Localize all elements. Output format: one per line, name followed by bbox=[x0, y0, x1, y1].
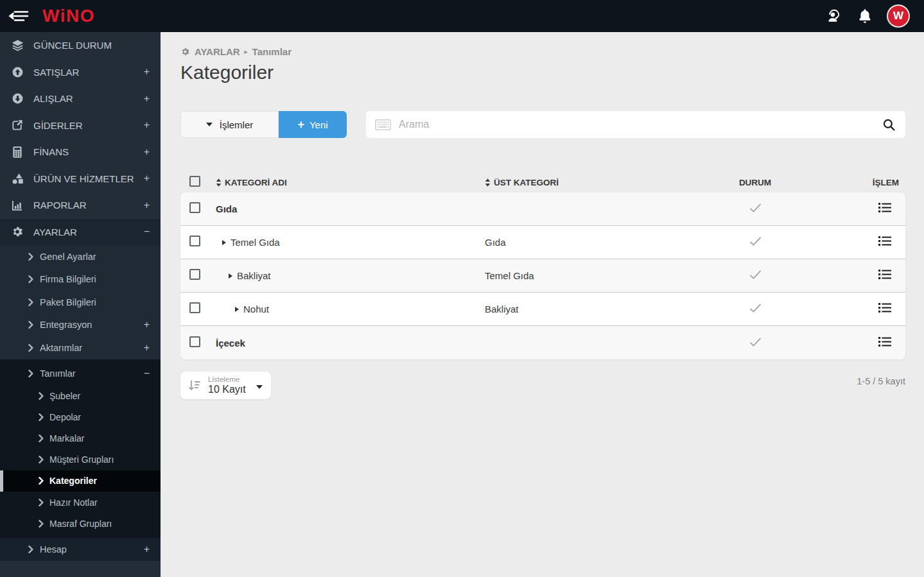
table-row: İçecek bbox=[180, 326, 905, 359]
tree-node-icon bbox=[222, 240, 226, 245]
chevron-right-icon bbox=[28, 344, 33, 352]
sidebar-item-entegrasyon[interactable]: Entegrasyon+ bbox=[0, 314, 161, 337]
page-size-select[interactable]: Listeleme 10 Kayıt bbox=[180, 372, 271, 399]
sidebar-item-ayarlar[interactable]: AYARLAR− bbox=[0, 219, 161, 246]
sidebar-item-label: GÜNCEL DURUM bbox=[33, 40, 112, 51]
expand-indicator: + bbox=[144, 200, 150, 211]
expand-indicator: − bbox=[144, 226, 150, 237]
tree-node-icon bbox=[229, 273, 232, 279]
sidebar-item-depolar[interactable]: Depolar bbox=[0, 406, 161, 427]
expand-indicator: + bbox=[144, 93, 150, 105]
sidebar-item-satişlar[interactable]: SATIŞLAR+ bbox=[0, 59, 161, 86]
sidebar-item-label: ÜRÜN VE HİZMETLER bbox=[33, 173, 134, 184]
row-actions-button[interactable] bbox=[878, 302, 891, 313]
expand-indicator: + bbox=[144, 119, 150, 131]
sidebar-item-gi-derler[interactable]: GİDERLER+ bbox=[0, 112, 161, 139]
user-avatar[interactable]: W bbox=[888, 6, 909, 26]
sidebar-item-ürün-ve-hi-zmetler[interactable]: ÜRÜN VE HİZMETLER+ bbox=[0, 166, 161, 193]
row-actions-button[interactable] bbox=[878, 236, 891, 246]
sort-amount-icon bbox=[188, 379, 201, 392]
row-actions-button[interactable] bbox=[878, 336, 891, 347]
app-logo[interactable]: WiNO bbox=[42, 6, 95, 26]
header-parent-category[interactable]: ÜST KATEGORİ bbox=[485, 178, 694, 187]
expand-indicator: + bbox=[144, 342, 150, 354]
row-checkbox[interactable] bbox=[189, 236, 200, 246]
sidebar-item-paket-bilgileri[interactable]: Paket Bilgileri bbox=[0, 291, 161, 314]
sidebar-item-firma-bilgileri[interactable]: Firma Bilgileri bbox=[0, 268, 161, 291]
category-name-cell[interactable]: Gıda bbox=[209, 203, 485, 214]
sidebar-item-label: Şubeler bbox=[49, 391, 80, 401]
shapes-icon bbox=[10, 172, 25, 185]
page-title: Kategoriler bbox=[180, 62, 905, 83]
sidebar-item-tanımlar[interactable]: Tanımlar− bbox=[0, 363, 161, 386]
sidebar-item-raporlar[interactable]: RAPORLAR+ bbox=[0, 192, 161, 219]
sidebar-item-masraf-grupları[interactable]: Masraf Grupları bbox=[0, 513, 161, 534]
breadcrumb-section[interactable]: AYARLAR bbox=[195, 46, 240, 57]
sidebar-item-fi-nans[interactable]: FİNANS+ bbox=[0, 139, 161, 166]
category-name-cell[interactable]: Nohut bbox=[209, 304, 485, 314]
chevron-right-icon bbox=[39, 477, 44, 485]
row-checkbox[interactable] bbox=[189, 202, 200, 213]
sidebar-item-label: GİDERLER bbox=[33, 120, 83, 131]
caret-down-icon bbox=[206, 123, 213, 126]
sidebar-item-label: Depolar bbox=[49, 412, 81, 422]
sidebar-item-label: Hazır Notlar bbox=[49, 497, 98, 508]
select-all-checkbox[interactable] bbox=[189, 176, 200, 187]
category-name: İçecek bbox=[216, 338, 245, 349]
search-icon[interactable] bbox=[882, 117, 896, 132]
parent-category-cell: Temel Gıda bbox=[485, 270, 694, 281]
gear-icon bbox=[10, 225, 25, 238]
row-actions-button[interactable] bbox=[878, 202, 891, 213]
chevron-right-icon bbox=[28, 321, 33, 329]
row-checkbox[interactable] bbox=[189, 302, 200, 313]
sidebar-item-label: SATIŞLAR bbox=[33, 67, 79, 78]
plus-icon: + bbox=[297, 119, 304, 130]
sidebar: GÜNCEL DURUMSATIŞLAR+ALIŞLAR+GİDERLER+Fİ… bbox=[0, 32, 161, 577]
expand-indicator: + bbox=[144, 66, 150, 78]
bar-chart-icon bbox=[10, 199, 25, 212]
page-size-label: Listeleme bbox=[208, 375, 246, 384]
expand-indicator: + bbox=[144, 319, 150, 331]
topbar: WiNO W bbox=[0, 0, 924, 32]
table-row: BakliyatTemel Gıda bbox=[180, 259, 905, 293]
parent-category-cell: Gıda bbox=[485, 237, 694, 248]
category-name-cell[interactable]: Bakliyat bbox=[209, 270, 485, 281]
table-row: NohutBakliyat bbox=[180, 293, 905, 326]
sort-icon bbox=[485, 178, 491, 187]
search-input[interactable] bbox=[399, 119, 882, 130]
sidebar-item-label: Paket Bilgileri bbox=[40, 297, 96, 307]
new-button[interactable]: + Yeni bbox=[279, 111, 347, 138]
sidebar-item-aktarımlar[interactable]: Aktarımlar+ bbox=[0, 336, 161, 359]
category-name-cell[interactable]: İçecek bbox=[209, 338, 485, 349]
header-category-name[interactable]: KATEGORİ ADI bbox=[209, 178, 485, 187]
sidebar-item-güncel-durum[interactable]: GÜNCEL DURUM bbox=[0, 32, 161, 59]
sidebar-item-kategoriler[interactable]: Kategoriler bbox=[0, 470, 161, 492]
sidebar-collapse-icon[interactable] bbox=[8, 8, 29, 24]
sidebar-item-hesap[interactable]: Hesap+ bbox=[0, 538, 161, 561]
actions-button-label: İşlemler bbox=[220, 119, 254, 130]
row-actions-button[interactable] bbox=[878, 269, 891, 280]
sidebar-item-şubeler[interactable]: Şubeler bbox=[0, 385, 161, 406]
breadcrumb: AYARLAR ▸ Tanımlar bbox=[180, 46, 905, 57]
row-checkbox[interactable] bbox=[189, 269, 200, 280]
support-icon[interactable] bbox=[825, 8, 842, 24]
table-row: Gıda bbox=[180, 193, 905, 226]
tree-node-icon bbox=[235, 307, 239, 312]
categories-table: KATEGORİ ADI ÜST KATEGORİ DURUM İŞLEM Gı… bbox=[180, 172, 905, 359]
status-check-icon bbox=[694, 336, 816, 350]
sidebar-item-alişlar[interactable]: ALIŞLAR+ bbox=[0, 85, 161, 112]
sidebar-item-müşteri-grupları[interactable]: Müşteri Grupları bbox=[0, 449, 161, 470]
header-action: İŞLEM bbox=[816, 178, 905, 187]
category-name-cell[interactable]: Temel Gıda bbox=[209, 237, 485, 248]
bell-icon[interactable] bbox=[857, 8, 873, 24]
sidebar-item-hazır-notlar[interactable]: Hazır Notlar bbox=[0, 492, 161, 513]
row-checkbox[interactable] bbox=[189, 336, 200, 347]
table-row: Temel GıdaGıda bbox=[180, 226, 905, 259]
breadcrumb-page[interactable]: Tanımlar bbox=[252, 46, 292, 57]
sidebar-item-markalar[interactable]: Markalar bbox=[0, 427, 161, 449]
expand-indicator: + bbox=[144, 544, 150, 555]
sidebar-item-genel-ayarlar[interactable]: Genel Ayarlar bbox=[0, 245, 161, 268]
category-name: Nohut bbox=[243, 304, 269, 314]
expand-indicator: + bbox=[144, 146, 150, 158]
actions-button[interactable]: İşlemler bbox=[180, 111, 279, 138]
